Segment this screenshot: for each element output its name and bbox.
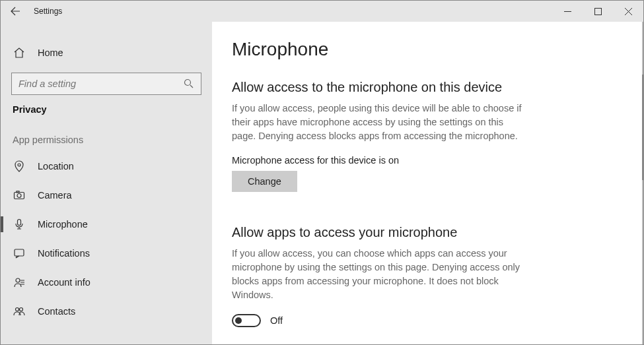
section-title-apps-access: Allow apps to access your microphone — [232, 225, 618, 240]
maximize-button[interactable] — [583, 1, 613, 22]
maximize-icon — [594, 8, 602, 15]
back-arrow-icon — [10, 6, 20, 16]
svg-point-10 — [20, 308, 23, 311]
minimize-icon — [564, 8, 571, 15]
svg-rect-6 — [18, 220, 21, 226]
camera-icon — [13, 189, 26, 202]
sidebar-item-label: Notifications — [38, 248, 90, 259]
sidebar-item-location[interactable]: Location — [1, 152, 212, 181]
sidebar-item-label: Microphone — [38, 219, 88, 230]
section-desc-apps-access: If you allow access, you can choose whic… — [232, 247, 526, 302]
home-icon — [13, 46, 26, 59]
sidebar-item-camera[interactable]: Camera — [1, 181, 212, 210]
sidebar-item-label: Contacts — [38, 306, 75, 317]
scrollbar-track[interactable] — [642, 22, 643, 344]
toggle-knob — [235, 317, 242, 324]
title-bar: Settings — [1, 1, 643, 22]
account-info-icon — [13, 276, 26, 289]
app-title: Settings — [34, 7, 62, 16]
sidebar-section-privacy[interactable]: Privacy — [1, 104, 212, 115]
svg-point-1 — [185, 80, 191, 86]
apps-access-toggle[interactable] — [232, 314, 261, 327]
svg-rect-7 — [15, 249, 24, 256]
sidebar-item-contacts[interactable]: Contacts — [1, 297, 212, 326]
sidebar-item-label: Camera — [38, 190, 72, 201]
scrollbar-thumb[interactable] — [642, 75, 643, 180]
sidebar-item-home[interactable]: Home — [1, 38, 212, 67]
device-access-status: Microphone access for this device is on — [232, 155, 618, 166]
sidebar-group-header: App permissions — [1, 135, 212, 145]
back-button[interactable] — [1, 1, 30, 22]
main-panel: Microphone Allow access to the microphon… — [212, 22, 643, 344]
minimize-button[interactable] — [552, 1, 583, 22]
sidebar-item-label: Account info — [38, 277, 90, 288]
svg-point-2 — [18, 164, 20, 166]
svg-point-9 — [16, 308, 19, 311]
sidebar-item-notifications[interactable]: Notifications — [1, 239, 212, 268]
toggle-label: Off — [270, 315, 283, 326]
sidebar-item-label: Location — [38, 161, 74, 172]
close-icon — [625, 8, 632, 15]
svg-rect-0 — [594, 8, 601, 15]
sidebar-item-label: Home — [38, 47, 63, 58]
change-button[interactable]: Change — [232, 171, 297, 192]
section-desc-device-access: If you allow access, people using this d… — [232, 102, 526, 143]
sidebar-item-account-info[interactable]: Account info — [1, 268, 212, 297]
page-title: Microphone — [232, 39, 618, 60]
sidebar-item-microphone[interactable]: Microphone — [1, 210, 212, 239]
contacts-icon — [13, 305, 26, 318]
search-icon — [184, 78, 194, 89]
location-icon — [13, 160, 26, 173]
svg-point-4 — [17, 194, 21, 198]
search-input-container[interactable] — [11, 73, 201, 95]
sidebar: Home Privacy App permissions Location Ca… — [1, 22, 212, 344]
svg-rect-5 — [17, 191, 19, 193]
search-input[interactable] — [18, 78, 184, 89]
notifications-icon — [13, 247, 26, 260]
section-title-device-access: Allow access to the microphone on this d… — [232, 80, 618, 95]
close-button[interactable] — [613, 1, 643, 22]
svg-point-8 — [16, 278, 20, 282]
microphone-icon — [13, 218, 26, 231]
